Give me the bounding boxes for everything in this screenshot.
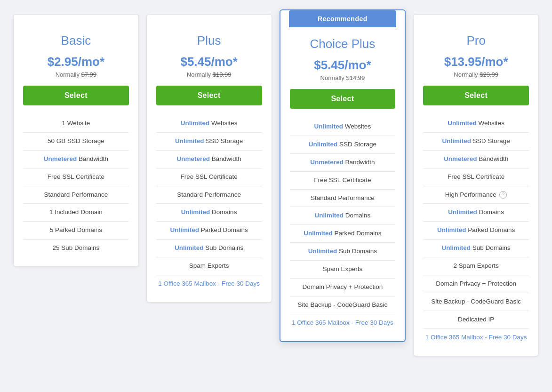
feature-item: Unmetered Bandwidth (23, 150, 129, 168)
highlight-text: Unlimited (315, 212, 344, 219)
plan-card-basic: Basic$2.95/mo*Normally $7.99Select1 Webs… (13, 14, 139, 267)
highlight-text: Unlimited (448, 120, 477, 127)
help-icon[interactable]: ? (499, 191, 507, 199)
feature-item: High Performance ? (423, 186, 529, 204)
plan-price-choice-plus: $5.45/mo* (290, 58, 396, 72)
feature-item: Spam Experts (156, 257, 262, 275)
feature-item: Unlimited Websites (156, 115, 262, 132)
pricing-wrapper: Basic$2.95/mo*Normally $7.99Select1 Webs… (9, 14, 543, 356)
office365-feature: 1 Office 365 Mailbox - Free 30 Days (158, 280, 260, 287)
highlight-text: Unlimited (441, 244, 471, 251)
feature-item: 1 Included Domain (23, 203, 129, 221)
feature-item: Unlimited SSD Storage (156, 132, 262, 150)
feature-item: 1 Website (23, 115, 129, 132)
highlight-text: Unlimited (181, 208, 210, 216)
highlight-text: Unlimited (308, 248, 337, 255)
feature-item: Domain Privacy + Protection (290, 278, 396, 296)
feature-item: 50 GB SSD Storage (23, 132, 129, 150)
highlight-text: Unlimited (448, 208, 477, 216)
select-button-basic[interactable]: Select (23, 86, 129, 105)
feature-item: Standard Performance (290, 189, 396, 207)
feature-item: Site Backup - CodeGuard Basic (290, 296, 396, 314)
highlight-text: Unlimited (442, 137, 472, 144)
feature-item: Free SSL Certificate (156, 168, 262, 186)
highlight-text: Unlimited (175, 244, 204, 251)
feature-item: Unlimited Sub Domains (423, 239, 529, 257)
office365-feature: 1 Office 365 Mailbox - Free 30 Days (292, 319, 393, 326)
plan-name-plus: Plus (156, 33, 262, 48)
plan-price-plus: $5.45/mo* (156, 55, 262, 69)
highlight-text: Unlimited (309, 141, 338, 148)
feature-item: 25 Sub Domains (23, 239, 129, 257)
feature-list-pro: Unlimited WebsitesUnlimited SSD StorageU… (423, 115, 529, 346)
select-button-plus[interactable]: Select (156, 86, 262, 105)
feature-item: Free SSL Certificate (423, 168, 529, 186)
plan-card-plus: Plus$5.45/mo*Normally $10.99SelectUnlimi… (146, 14, 272, 303)
feature-list-choice-plus: Unlimited WebsitesUnlimited SSD StorageU… (290, 118, 396, 332)
plan-name-pro: Pro (423, 33, 529, 48)
feature-item: 1 Office 365 Mailbox - Free 30 Days (156, 275, 262, 293)
select-button-pro[interactable]: Select (423, 86, 529, 105)
select-button-choice-plus[interactable]: Select (290, 89, 396, 109)
plan-inner: Plus$5.45/mo*Normally $10.99SelectUnlimi… (156, 33, 262, 293)
feature-item: Free SSL Certificate (23, 168, 129, 186)
plan-normally-choice-plus: Normally $14.99 (290, 74, 396, 81)
plan-price-pro: $13.95/mo* (423, 55, 529, 69)
feature-item: Unlimited SSD Storage (290, 136, 396, 153)
feature-item: Standard Performance (23, 186, 129, 204)
feature-item: Unmetered Bandwidth (156, 150, 262, 168)
plan-inner: Basic$2.95/mo*Normally $7.99Select1 Webs… (23, 33, 129, 257)
feature-item: Unlimited Domains (156, 203, 262, 221)
highlight-text: Unlimited (437, 226, 466, 233)
plan-inner: Pro$13.95/mo*Normally $23.99SelectUnlimi… (423, 33, 529, 346)
plan-normally-plus: Normally $10.99 (156, 71, 262, 78)
feature-item: Unlimited Parked Domains (156, 221, 262, 239)
office365-feature: 1 Office 365 Mailbox - Free 30 Days (425, 334, 527, 341)
plan-normally-pro: Normally $23.99 (423, 71, 529, 78)
recommended-badge: Recommended (289, 10, 397, 27)
feature-item: Unmetered Bandwidth (290, 153, 396, 171)
feature-item: 2 Spam Experts (423, 257, 529, 275)
feature-item: Unlimited Parked Domains (290, 224, 396, 242)
feature-item: 1 Office 365 Mailbox - Free 30 Days (423, 328, 529, 346)
feature-list-basic: 1 Website50 GB SSD StorageUnmetered Band… (23, 115, 129, 257)
feature-item: Site Backup - CodeGuard Basic (423, 293, 529, 311)
feature-item: Unlimited Sub Domains (290, 242, 396, 260)
highlight-text: Unlimited (170, 226, 200, 233)
plan-name-basic: Basic (23, 33, 129, 48)
feature-item: Unlimited Domains (290, 207, 396, 224)
plan-price-basic: $2.95/mo* (23, 55, 129, 69)
feature-item: Unlimited SSD Storage (423, 132, 529, 150)
feature-item: Unlimited Parked Domains (423, 221, 529, 239)
highlight-text: Unmetered (444, 155, 477, 162)
feature-item: 5 Parked Domains (23, 221, 129, 239)
feature-item: Unlimited Sub Domains (156, 239, 262, 257)
highlight-text: Unlimited (181, 120, 210, 127)
feature-item: Dedicated IP (423, 311, 529, 328)
feature-item: Free SSL Certificate (290, 171, 396, 189)
highlight-text: Unlimited (304, 230, 333, 237)
feature-item: Unlimited Websites (290, 118, 396, 136)
feature-item: Spam Experts (290, 260, 396, 278)
highlight-text: Unmetered (44, 155, 77, 162)
feature-item: Unlimited Domains (423, 203, 529, 221)
plan-card-pro: Pro$13.95/mo*Normally $23.99SelectUnlimi… (413, 14, 539, 356)
feature-item: Unmetered Bandwidth (423, 150, 529, 168)
feature-item: 1 Office 365 Mailbox - Free 30 Days (290, 314, 396, 332)
plan-inner: Choice Plus$5.45/mo*Normally $14.99Selec… (290, 27, 396, 332)
highlight-text: Unlimited (314, 123, 344, 130)
plan-normally-basic: Normally $7.99 (23, 71, 129, 78)
feature-item: Standard Performance (156, 186, 262, 204)
plan-name-choice-plus: Choice Plus (290, 37, 396, 51)
feature-item: Unlimited Websites (423, 115, 529, 132)
highlight-text: Unmetered (310, 159, 344, 166)
feature-list-plus: Unlimited WebsitesUnlimited SSD StorageU… (156, 115, 262, 293)
highlight-text: Unlimited (175, 137, 204, 144)
highlight-text: Unmetered (176, 155, 210, 162)
plan-card-choice-plus: RecommendedChoice Plus$5.45/mo*Normally … (280, 9, 406, 342)
feature-item: Domain Privacy + Protection (423, 275, 529, 293)
